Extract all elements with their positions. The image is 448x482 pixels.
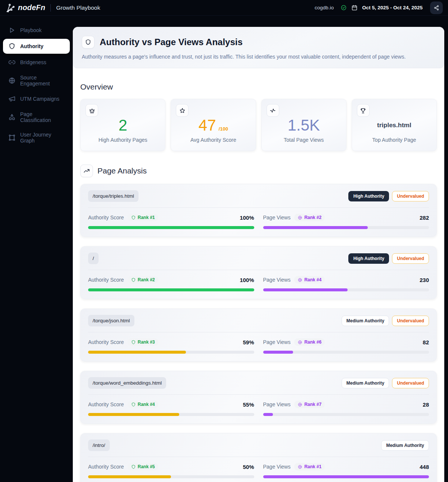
authority-progress-fill (88, 226, 254, 229)
page-card[interactable]: / High AuthorityUndervalued Authority Sc… (80, 246, 437, 299)
sidebar-item-label: Authority (20, 43, 43, 49)
page-views-value: 282 (420, 215, 429, 221)
authority-score-value: 50% (243, 464, 254, 470)
nodefn-logo-icon (5, 3, 15, 13)
authority-rank-badge: Rank #2 (128, 276, 158, 284)
authority-progress-fill (88, 351, 186, 354)
sidebar-item[interactable]: Page Classification (3, 107, 70, 127)
stat-card: 47 /100 Avg Authority Score (171, 99, 256, 151)
page-views-rank-badge: Rank #1 (294, 463, 325, 470)
authority-progress-fill (88, 413, 179, 416)
share-button[interactable] (430, 1, 443, 14)
page-title: Authority vs Page Views Analysis (100, 37, 243, 47)
page-views-progress-track (263, 226, 429, 229)
sidebar-item-icon (8, 77, 16, 84)
page-views-metric: Page Views Rank #4 230 (263, 276, 429, 291)
page-views-rank-label: Rank #7 (304, 402, 321, 407)
authority-progress-fill (88, 475, 171, 478)
page-views-progress-track (263, 475, 429, 478)
authority-score-label: Authority Score (88, 464, 124, 470)
authority-metric: Authority Score Rank #4 55% (88, 401, 254, 416)
sidebar-item[interactable]: Authority (3, 39, 70, 54)
page-path-chip: / (88, 253, 99, 264)
authority-score-value: 100% (240, 215, 254, 221)
sidebar-item[interactable]: Source Engagement (3, 71, 70, 90)
shield-icon (131, 278, 136, 282)
brand[interactable]: nodeFn (5, 3, 45, 13)
page-card[interactable]: /torque/json.html Medium AuthorityUnderv… (80, 309, 437, 362)
authority-progress-track (88, 351, 254, 354)
header-icon-box (82, 36, 94, 48)
stat-card: 1.5K Total Page Views (261, 99, 346, 151)
authority-metric: Authority Score Rank #5 50% (88, 463, 254, 478)
page-views-progress-fill (263, 288, 348, 291)
status-badge: Undervalued (392, 191, 429, 201)
page-views-value: 230 (420, 277, 429, 283)
page-card[interactable]: /torque/word_embeddings.html Medium Auth… (80, 371, 437, 424)
shield-icon (131, 340, 136, 345)
authority-progress-track (88, 413, 254, 416)
shield-icon (131, 215, 136, 220)
sidebar-item-icon (8, 134, 16, 141)
shield-icon (131, 464, 136, 469)
overview-stats: 2 High Authority Pages 47 /100 (80, 99, 437, 151)
page-views-rank-badge: Rank #4 (294, 276, 325, 284)
page-views-progress-fill (263, 413, 273, 416)
shield-icon (85, 39, 91, 46)
page-views-rank-label: Rank #6 (304, 339, 321, 345)
sidebar-item-label: Source Engagement (20, 75, 65, 87)
status-badge: Undervalued (392, 378, 429, 388)
app-title: Growth Playbook (56, 4, 100, 11)
stat-icon (179, 107, 186, 114)
sidebar-item[interactable]: Playbook (3, 23, 70, 38)
authority-progress-fill (88, 288, 254, 291)
authority-metric: Authority Score Rank #3 59% (88, 338, 254, 354)
verified-check-icon (340, 4, 347, 11)
overview-heading: Overview (80, 82, 437, 91)
status-badge: Medium Authority (381, 440, 429, 451)
topbar-right: cogdb.io Oct 5, 2025 - Oct 24, 2025 (315, 1, 443, 14)
target-icon (298, 402, 302, 407)
target-icon (298, 215, 302, 220)
authority-rank-label: Rank #5 (138, 464, 155, 469)
topbar-divider (50, 4, 51, 12)
card-divider (88, 394, 429, 395)
site-domain: cogdb.io (315, 5, 334, 10)
authority-score-value: 55% (243, 401, 254, 408)
status-badge: High Authority (348, 253, 389, 264)
sidebar-item[interactable]: UTM Campaigns (3, 91, 70, 106)
page-views-rank-label: Rank #2 (304, 215, 321, 220)
date-range[interactable]: Oct 5, 2025 - Oct 24, 2025 (362, 5, 423, 10)
authority-rank-badge: Rank #4 (128, 401, 158, 408)
authority-score-value: 59% (243, 339, 254, 345)
badges: High AuthorityUndervalued (348, 191, 429, 201)
page-analysis-icon-box (80, 165, 93, 177)
page-card[interactable]: /intro/ Medium Authority Authority Score (80, 433, 437, 482)
badges: Medium AuthorityUndervalued (342, 378, 429, 388)
stat-label: Avg Authority Score (176, 137, 251, 146)
page-views-rank-label: Rank #1 (304, 464, 321, 469)
target-icon (298, 464, 302, 469)
page-views-progress-track (263, 351, 429, 354)
page-card[interactable]: /torque/triples.html High AuthorityUnder… (80, 184, 437, 237)
page-views-label: Page Views (263, 215, 291, 220)
page-views-rank-badge: Rank #2 (294, 214, 325, 221)
authority-rank-label: Rank #1 (138, 215, 155, 220)
status-badge: High Authority (348, 191, 389, 201)
metrics-row: Authority Score Rank #5 50% (88, 463, 429, 478)
trend-up-icon (83, 168, 90, 174)
sidebar-item[interactable]: Bridgeness (3, 55, 70, 70)
sidebar-item-icon (8, 26, 16, 34)
stat-value-suffix: /100 (219, 126, 228, 132)
sidebar-item[interactable]: User Journey Graph (3, 128, 70, 147)
page-views-value: 28 (423, 401, 429, 408)
authority-rank-label: Rank #4 (138, 402, 155, 407)
metrics-row: Authority Score Rank #2 100% (88, 276, 429, 291)
authority-progress-track (88, 475, 254, 478)
page-analysis-header: Page Analysis (80, 165, 437, 177)
page-analysis-heading: Page Analysis (97, 166, 147, 175)
content: Overview 2 High Authority Pages (73, 68, 444, 482)
badges: Medium Authority (381, 440, 429, 451)
top-bar: nodeFn Growth Playbook cogdb.io Oct 5, 2… (0, 0, 448, 16)
calendar-icon (351, 4, 358, 11)
